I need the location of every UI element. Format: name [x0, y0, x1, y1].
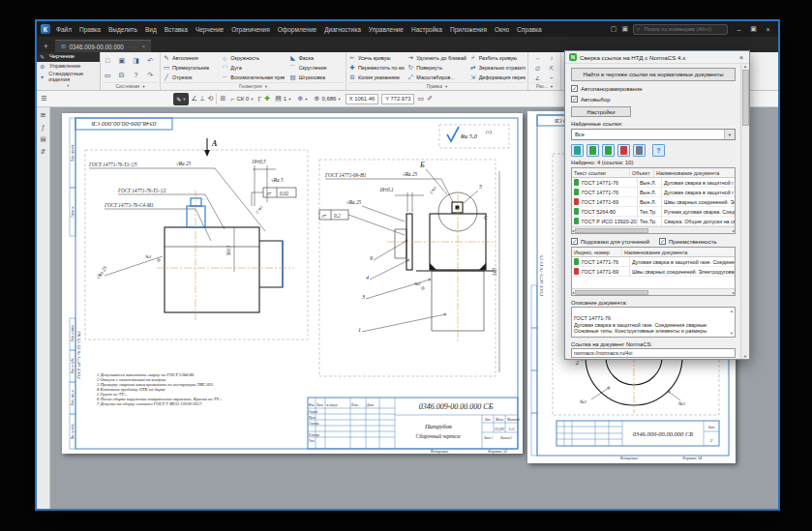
updown-icon[interactable]: ⇵ — [41, 148, 45, 156]
command-search-input[interactable] — [642, 25, 724, 33]
normacs-link-field[interactable]: normacs://normacs.ru/4vi — [571, 348, 736, 358]
grid-icon[interactable]: ⊞ — [220, 95, 226, 103]
tool-fillet[interactable]: ⌒Скругление — [289, 63, 342, 73]
tree-icon[interactable]: ☰ — [41, 95, 46, 103]
tool-auxline[interactable]: ┄Вспомогательная прямая — [221, 73, 285, 82]
tool-move[interactable]: ✚Переместить по координатам — [348, 63, 405, 73]
preview-icon[interactable]: ◨ — [132, 57, 141, 65]
angle-icon[interactable]: ∠ — [192, 95, 197, 103]
fx-icon[interactable]: ƒ — [42, 124, 45, 131]
list-icon[interactable]: ▤ — [40, 135, 45, 143]
hints-checkbox[interactable]: ✓ Подсказки для уточнений — [571, 238, 649, 245]
dimension-tool-icon[interactable]: ↔ — [534, 55, 540, 61]
dimension-tool-icon[interactable]: ⌐ — [550, 74, 554, 80]
redo-icon[interactable]: ↷ — [145, 72, 155, 79]
scrollbar-thumb[interactable] — [575, 290, 648, 295]
minimize-button[interactable]: – — [733, 23, 745, 35]
new-document-icon[interactable]: □ — [103, 57, 112, 64]
snap-icon[interactable]: ✚ — [264, 95, 270, 103]
horizontal-scrollbar[interactable]: ◂ ▸ — [572, 226, 735, 233]
tool-rectangle[interactable]: ▭Прямоугольник — [163, 63, 217, 73]
autopan-checkbox[interactable]: ✓ Автопанорамирование — [571, 85, 736, 92]
doc-action-button[interactable] — [571, 144, 584, 157]
corner-icon[interactable]: Г — [257, 96, 261, 103]
tool-rotate[interactable]: ↻Повернуть — [406, 63, 466, 73]
scrollbar-thumb[interactable] — [575, 228, 648, 233]
table-header[interactable]: Текст ссылки Объект Наименование докумен… — [572, 168, 735, 178]
autoselect-checkbox[interactable]: ✓ Автовыбор — [571, 96, 736, 103]
mode-tabs-expander[interactable]: ▾ — [37, 83, 100, 90]
table-row[interactable]: ГОСТ 5264-80 Тех.Тр. Ручная дуговая свар… — [572, 207, 735, 217]
dialog-titlebar[interactable]: N Сверка ссылок на НТД с NormaCS 4.x × — [565, 51, 749, 64]
scroll-up-icon[interactable]: ▲ — [730, 309, 734, 313]
doc-action-button[interactable] — [633, 144, 646, 157]
dimension-tool-icon[interactable]: ∠ — [535, 74, 540, 81]
tool-autoline[interactable]: ✎Автолиния — [163, 53, 217, 63]
new-tab-button[interactable]: + — [40, 40, 52, 52]
layout-icon[interactable]: ▢ — [611, 25, 617, 33]
mode-tab-standard-parts[interactable]: ✦ Стандартные изделия — [37, 72, 100, 83]
filter-select[interactable]: Все ▾ — [571, 129, 736, 140]
tool-scale[interactable]: ⤢Масштабиров... — [406, 73, 466, 82]
tool-trim[interactable]: ✂Усечь кривую — [348, 53, 405, 63]
table-header[interactable]: Индекс, номер Наименование документа — [572, 248, 735, 257]
chevron-down-icon[interactable]: ▾ — [265, 84, 267, 89]
scroll-right-icon[interactable]: ▸ — [733, 228, 735, 233]
tool-deform[interactable]: ⇲Деформация перемещением — [469, 73, 526, 82]
coordinate-system-select[interactable]: ⌐ СК 0 ▾ — [228, 93, 255, 105]
structure-icon[interactable]: ⊞ — [41, 111, 45, 119]
table-row[interactable]: ГОСТ 14771-76 Вын.Л. Дуговая сварка в за… — [572, 188, 735, 197]
command-search[interactable]: ⌕ — [633, 24, 728, 35]
open-icon[interactable]: ▭ — [103, 72, 112, 79]
restore-button[interactable]: ▣ — [747, 23, 760, 35]
refresh-icon[interactable]: ⟲ — [208, 95, 214, 103]
succession-checkbox[interactable]: ✓ Преемственность — [659, 238, 717, 245]
doc-action-button[interactable] — [602, 144, 615, 157]
menu-edit[interactable]: Правка — [79, 26, 101, 33]
scrollbar-thumb[interactable] — [742, 70, 749, 126]
table-row[interactable]: ГОСТ 14771-76 Дуговая сварка в защитной … — [572, 257, 735, 267]
drawing-sheet-1[interactable]: Перв. примен. Справ. № Подп. и дата Инв.… — [62, 113, 523, 454]
menu-file[interactable]: Файл — [56, 26, 72, 33]
style-button[interactable]: ✎ ▾ — [173, 93, 188, 105]
scroll-left-icon[interactable]: ◂ — [572, 290, 574, 295]
table-row[interactable]: ГОСТ 14771-69 Вын.Л. Швы сварных соедине… — [572, 197, 735, 207]
doc-action-button[interactable] — [617, 144, 630, 157]
chevron-down-icon[interactable]: ▾ — [142, 84, 144, 89]
coord-x-field[interactable]: X 1061.46 — [346, 94, 378, 104]
menu-management[interactable]: Управление — [369, 26, 404, 33]
chevron-down-icon[interactable]: ▾ — [445, 84, 447, 89]
menu-select[interactable]: Выделить — [108, 26, 137, 33]
help-icon[interactable]: ? — [132, 72, 141, 78]
tool-hatch[interactable]: ▨Штриховка — [289, 73, 342, 82]
tool-copy[interactable]: ⧉Копия указанием — [348, 73, 405, 82]
menu-constraints[interactable]: Ограничения — [231, 26, 270, 33]
document-tab[interactable]: ⊞ 0346.009-00.00.000 - ... × — [55, 40, 151, 52]
scroll-up-icon[interactable]: ▲ — [743, 64, 747, 69]
chevron-down-icon[interactable]: ▾ — [551, 84, 553, 89]
rect-select-icon[interactable]: ▭ — [417, 95, 424, 103]
menu-insert[interactable]: Вставка — [165, 26, 188, 33]
tool-mirror[interactable]: ⇄Зеркально отразить — [469, 63, 526, 73]
screen-icon[interactable]: ▣ — [621, 25, 628, 33]
dimension-tool-icon[interactable]: ⇱ — [549, 65, 554, 72]
dimension-tool-icon[interactable]: ∅ — [535, 65, 540, 72]
scroll-down-icon[interactable]: ▼ — [730, 331, 734, 336]
zoom-level[interactable]: ⊕ 0,686 ▾ — [313, 93, 343, 105]
doc-action-button[interactable] — [586, 144, 599, 157]
table-row[interactable]: ГОСТ 14771-76 Вын.Л. Дуговая сварка в за… — [572, 178, 735, 188]
menu-draw[interactable]: Черчение — [195, 26, 224, 33]
save-icon[interactable]: ▣ — [117, 57, 127, 65]
table-row[interactable]: ГОСТ 14771-69 Швы сварных соединений. Эл… — [572, 267, 735, 277]
menu-diagnostics[interactable]: Диагностика — [324, 26, 361, 33]
horizontal-scrollbar[interactable]: ◂ ▸ — [572, 288, 735, 295]
find-references-button[interactable]: Найти в чертеже ссылки на нормативные до… — [571, 68, 736, 81]
table-row[interactable]: ГОСТ Р ИСО 13920-2017 Тех.Тр. Сварка. Об… — [572, 217, 735, 226]
pipette-icon[interactable]: ✐ — [427, 95, 433, 103]
dimension-tool-icon[interactable]: ↕ — [550, 55, 553, 61]
tool-circle[interactable]: ○Окружность — [221, 53, 285, 63]
dialog-close-icon[interactable]: × — [737, 54, 745, 61]
close-button[interactable]: × — [762, 23, 774, 35]
layer-select[interactable]: ▤ 1 ▾ — [273, 93, 292, 105]
help-doc-button[interactable]: ? — [652, 144, 665, 157]
